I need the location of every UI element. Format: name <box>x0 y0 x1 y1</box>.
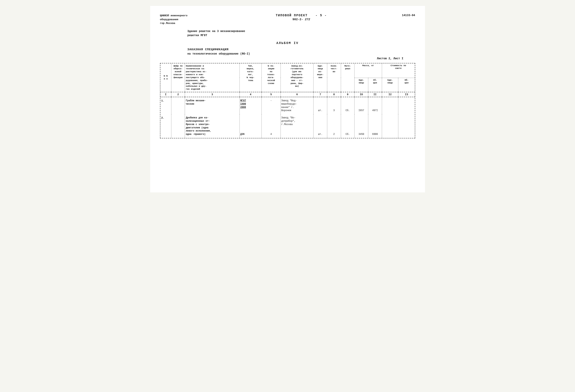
col6-header: Завод-из- готовитель (для им- портного о… <box>281 63 313 92</box>
number-row-table: I 2 3 4 5 6 7 8 9 IO II I2 I3 <box>160 92 415 97</box>
massa-header: Масса, кг <box>355 63 382 78</box>
stoimost-ob-header: Об- щая <box>398 78 415 92</box>
item1-name: Грабли механи- ческие <box>185 97 240 114</box>
num-col-13: I3 <box>398 92 415 97</box>
title-center: ТИПОВОЙ ПРОЕКТ - 5 - 902-2- 272 <box>188 14 415 21</box>
stoimost-header: Стоимость по смете <box>382 63 415 78</box>
num-col-8: 8 <box>327 92 341 97</box>
item2-num: 2. <box>160 114 171 138</box>
album-title: АЛЬБОМ IV <box>160 41 415 45</box>
num-col-7: 7 <box>313 92 327 97</box>
doc-number: 14133-04 <box>402 14 415 17</box>
spec-title-block: ЗАКАЗНАЯ СПЕЦИФИКАЦИЯ на технологическое… <box>188 48 415 55</box>
org-line2: оборудования <box>160 18 188 22</box>
item2-stoimost-ob <box>398 114 415 138</box>
item2-massa-ed: 3450 <box>355 114 368 138</box>
item2-edinica: шт. <box>313 114 327 138</box>
project-number: 902-2- 272 <box>195 18 407 21</box>
item2-shifer <box>171 114 185 138</box>
table-row: 1. Грабли механи- ческие МГ6Т I400 2000 … <box>160 97 415 114</box>
description-line1: Здание решеток на 3 механизирование <box>188 29 415 33</box>
org-line3: гор.Москва <box>160 22 188 25</box>
spec-subtitle: на технологическое оборудование (ЯО-I) <box>188 52 415 55</box>
item2-tip: Д36 <box>240 114 262 138</box>
col4-header: Тип, марка, ката- лог, № чер- тежа <box>240 63 262 92</box>
massa-ed-header: Еди- ницы <box>355 78 368 92</box>
num-col-5: 5 <box>262 92 281 97</box>
col3-header: Наименование и техническая ха- рактерист… <box>185 63 240 92</box>
listov-line: Листов 2, Лист I <box>160 57 404 60</box>
description-block: Здание решеток на 3 механизирование реше… <box>188 29 415 38</box>
table-row: 2. Дробилка для ка- нализационных от- бр… <box>160 114 415 138</box>
item1-tip: МГ6Т I400 2000 <box>240 97 262 114</box>
col8-header: Коли- чест- во <box>327 63 341 92</box>
col7-header: Еди- ница из- мере- ния <box>313 63 327 92</box>
item1-shifer <box>171 97 185 114</box>
num-col-2: 2 <box>171 92 185 97</box>
item2-kolichestvo: 2 <box>327 114 341 138</box>
num-col-4: 4 <box>240 92 262 97</box>
item1-material: Сб. <box>341 97 355 114</box>
header-row-1: № № п п Шифр по общесо- юзной класси- фи… <box>160 63 415 78</box>
item1-massa-ed: I657 <box>355 97 368 114</box>
header-table: № № п п Шифр по общесо- юзной класси- фи… <box>160 63 415 92</box>
item1-edinica: шт. <box>313 97 327 114</box>
num-col-6: 6 <box>281 92 313 97</box>
num-col-I: I <box>160 92 171 97</box>
num-col-3: 3 <box>185 92 240 97</box>
description-line2: решетки МГ8Т <box>188 33 415 38</box>
item1-stoimost-ob <box>398 97 415 114</box>
massa-ob-header: Сб- щая <box>368 78 382 92</box>
org-info: ЦНИИЗП инженерного оборудования гор.Моск… <box>160 14 188 25</box>
document-page: ЦНИИЗП инженерного оборудования гор.Моск… <box>150 6 425 192</box>
num-col-11: II <box>368 92 382 97</box>
stoimost-ed-header: Еди- ницы <box>382 78 398 92</box>
item2-massa-ob: 6900 <box>368 114 382 138</box>
tipovoy-label: ТИПОВОЙ ПРОЕКТ <box>276 14 308 17</box>
header-section: ЦНИИЗП инженерного оборудования гор.Моск… <box>160 14 415 25</box>
item1-num: 1. <box>160 97 171 114</box>
item2-name: Дробилка для ка- нализационных от- бросо… <box>185 114 240 138</box>
item2-stoimost-ed <box>382 114 398 138</box>
item1-pozicia: - <box>262 97 281 114</box>
col1-header: № № п п <box>160 63 171 92</box>
col9-header: Мате- риал <box>341 63 355 92</box>
num-col-12: I2 <box>382 92 398 97</box>
item2-pozicia: 4 <box>262 114 281 138</box>
item1-massa-ob: 497I <box>368 97 382 114</box>
dash-5: - 5 - <box>315 14 327 17</box>
spec-title: ЗАКАЗНАЯ СПЕЦИФИКАЦИЯ <box>188 48 415 51</box>
main-table-container: № № п п Шифр по общесо- юзной класси- фи… <box>160 63 415 138</box>
item2-zavod: Завод "Во- доприбор", г.Москва <box>281 114 313 138</box>
num-col-9: 9 <box>341 92 355 97</box>
item1-zavod: Завод "Вод- машоборудо- вание" г. Вороне… <box>281 97 313 114</box>
data-table: 1. Грабли механи- ческие МГ6Т I400 2000 … <box>160 97 415 138</box>
number-row: I 2 3 4 5 6 7 8 9 IO II I2 I3 <box>160 92 415 97</box>
item1-stoimost-ed <box>382 97 398 114</box>
item2-material: Сб. <box>341 114 355 138</box>
org-line1: ЦНИИЗП инженерного <box>160 14 188 18</box>
num-col-10: IO <box>355 92 368 97</box>
col2-header: Шифр по общесо- юзной класси- фикации <box>171 63 185 92</box>
col5-header: № по- зиции по техно- логи- ческой схеме <box>262 63 281 92</box>
item1-kolichestvo: 3 <box>327 97 341 114</box>
